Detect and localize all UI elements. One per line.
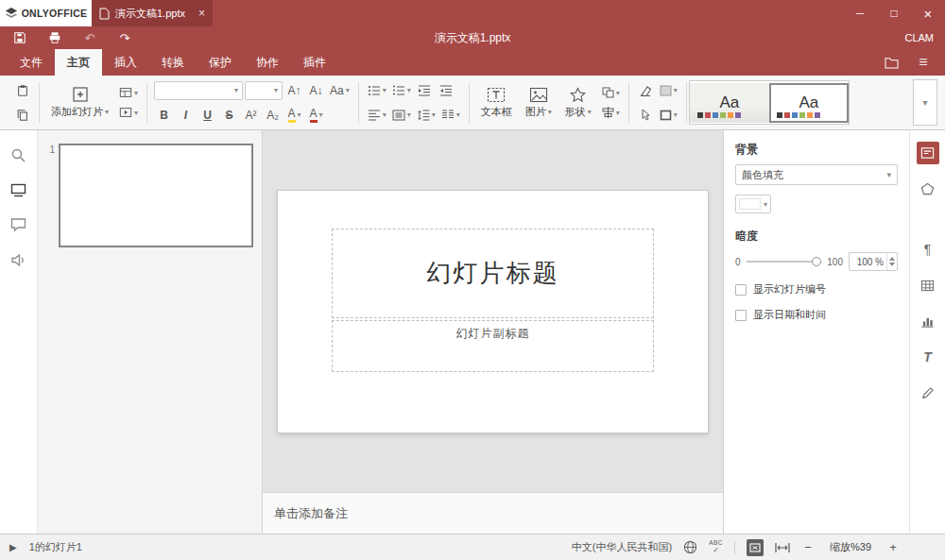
show-date-time-checkbox[interactable]: [735, 310, 747, 321]
bold-button[interactable]: B: [154, 105, 174, 125]
tab-insert[interactable]: 插入: [102, 49, 149, 76]
align-shape-button[interactable]: [600, 103, 622, 123]
superscript-button[interactable]: A²: [241, 105, 261, 125]
table-settings-button[interactable]: [917, 274, 939, 297]
tab-protection[interactable]: 保护: [197, 49, 244, 76]
spinner-arrows[interactable]: [886, 253, 897, 270]
insert-shape-button[interactable]: 形状: [560, 86, 596, 120]
decrease-font-button[interactable]: A↓: [306, 80, 326, 100]
redo-button[interactable]: ↷: [116, 29, 133, 46]
vertical-align-button[interactable]: [390, 105, 413, 125]
view-settings-button[interactable]: ≡: [915, 54, 932, 71]
notes-area[interactable]: 单击添加备注: [263, 492, 723, 534]
theme-tile-2-selected[interactable]: Aa: [769, 83, 849, 123]
tab-close-icon[interactable]: ×: [198, 7, 205, 20]
subscript-button[interactable]: A₂: [263, 105, 283, 125]
tab-plugins[interactable]: 插件: [291, 49, 338, 76]
start-preview-button[interactable]: [117, 103, 140, 123]
signature-settings-button[interactable]: [917, 382, 939, 404]
bullets-button[interactable]: [366, 80, 388, 100]
document-tab[interactable]: 演示文稿1.pptx ×: [92, 0, 213, 26]
change-case-button[interactable]: Aa: [328, 80, 352, 100]
show-slide-number-checkbox[interactable]: [735, 284, 747, 296]
tab-collaboration[interactable]: 协作: [244, 49, 291, 76]
print-button[interactable]: [46, 29, 63, 46]
insert-columns-button[interactable]: [439, 105, 462, 125]
italic-button[interactable]: I: [176, 105, 196, 125]
background-fill-select[interactable]: 颜色填充: [735, 164, 898, 185]
tab-transitions[interactable]: 转换: [149, 49, 197, 76]
close-button[interactable]: ×: [911, 0, 945, 26]
spinner-up-icon[interactable]: [889, 257, 895, 261]
app-logo[interactable]: ONLYOFFICE: [0, 0, 92, 26]
font-color-button[interactable]: A: [306, 105, 326, 125]
paste-button[interactable]: [12, 80, 32, 100]
theme-tile-1[interactable]: Aa: [690, 83, 769, 123]
copy-button[interactable]: [12, 105, 32, 125]
slide-canvas[interactable]: 幻灯片标题 幻灯片副标题: [263, 130, 723, 492]
font-size-select[interactable]: [245, 81, 283, 100]
font-name-select[interactable]: [154, 81, 243, 100]
slide-settings-button[interactable]: [917, 142, 939, 164]
start-slideshow-button[interactable]: ▶: [9, 542, 17, 552]
slider-knob[interactable]: [812, 257, 821, 266]
zoom-out-button[interactable]: −: [801, 540, 815, 554]
theme-gallery-expand-button[interactable]: ▾: [913, 79, 937, 126]
fit-to-width-button[interactable]: [775, 542, 790, 553]
add-slide-button[interactable]: 添加幻灯片: [46, 85, 113, 120]
fill-color-button[interactable]: [658, 80, 679, 100]
background-color-button[interactable]: [735, 195, 771, 213]
select-objects-button[interactable]: [636, 105, 656, 125]
paragraph-settings-button[interactable]: ¶: [917, 238, 939, 261]
title-placeholder[interactable]: 幻灯片标题: [332, 229, 654, 318]
slide-surface[interactable]: 幻灯片标题 幻灯片副标题: [278, 191, 708, 433]
underline-button[interactable]: U: [198, 105, 217, 125]
insert-shape-label: 形状: [565, 105, 592, 119]
insert-image-button[interactable]: 图片: [521, 86, 557, 120]
search-button[interactable]: [9, 145, 28, 164]
show-date-time-checkbox-row[interactable]: 显示日期和时间: [735, 308, 898, 322]
spinner-down-icon[interactable]: [889, 263, 895, 266]
language-indicator[interactable]: 中文(中华人民共和国): [572, 540, 672, 554]
highlight-color-button[interactable]: A: [284, 105, 304, 125]
insert-textbox-button[interactable]: 文本框: [476, 86, 517, 120]
slide-thumbnail-1[interactable]: [59, 144, 253, 247]
outline-color-button[interactable]: [658, 105, 679, 125]
maximize-button[interactable]: □: [877, 0, 911, 26]
increase-font-button[interactable]: A↑: [284, 80, 304, 100]
chart-settings-button[interactable]: [917, 310, 939, 332]
comments-button[interactable]: [9, 215, 28, 234]
undo-button[interactable]: ↶: [81, 29, 98, 46]
show-slide-number-checkbox-row[interactable]: 显示幻灯片编号: [735, 282, 898, 297]
signature-icon: [921, 386, 935, 399]
spell-check-button[interactable]: ABC ✓: [709, 540, 723, 554]
textart-settings-button[interactable]: T: [917, 346, 939, 368]
shape-settings-button[interactable]: [917, 178, 939, 200]
fit-to-slide-button[interactable]: [747, 539, 764, 556]
set-language-button[interactable]: [683, 540, 697, 554]
opacity-slider[interactable]: [747, 257, 822, 266]
minimize-button[interactable]: ─: [843, 0, 877, 26]
tab-home[interactable]: 主页: [55, 49, 102, 76]
save-button[interactable]: [11, 29, 28, 46]
open-file-location-button[interactable]: [883, 54, 900, 71]
subtitle-placeholder-text: 幻灯片副标题: [456, 326, 530, 342]
increase-indent-button[interactable]: [437, 80, 456, 100]
main-area: 1 幻灯片标题 幻灯片副标题 单击添加备注 背景: [0, 130, 945, 534]
arrange-shape-button[interactable]: [600, 83, 622, 103]
line-spacing-button[interactable]: [415, 105, 438, 125]
strikethrough-button[interactable]: S: [219, 105, 239, 125]
toolbar-separator: [628, 82, 629, 123]
tab-file[interactable]: 文件: [8, 49, 55, 76]
quick-access-bar: 演示文稿1.pptx ↶ ↷ CLAM: [0, 26, 945, 49]
decrease-indent-button[interactable]: [415, 80, 435, 100]
subtitle-placeholder[interactable]: 幻灯片副标题: [332, 320, 654, 372]
slides-panel-button[interactable]: [9, 180, 28, 199]
clear-style-button[interactable]: [636, 80, 656, 100]
change-layout-button[interactable]: [117, 83, 140, 103]
feedback-button[interactable]: [9, 250, 28, 269]
numbering-button[interactable]: [390, 80, 413, 100]
opacity-spinner[interactable]: 100 %: [849, 252, 898, 271]
horizontal-align-button[interactable]: [366, 105, 388, 125]
zoom-in-button[interactable]: +: [886, 540, 900, 554]
